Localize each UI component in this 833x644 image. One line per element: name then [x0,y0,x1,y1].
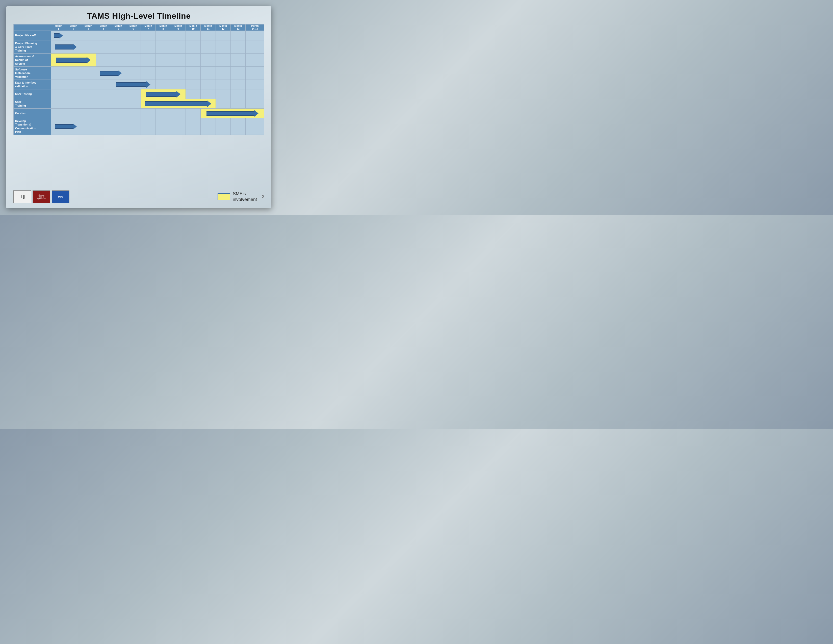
transition-month-13 [231,118,246,135]
header-month-6: Month6 [126,24,141,31]
training-month-6 [126,99,141,109]
testing-month-6 [126,89,141,99]
testing-month-1 [51,89,66,99]
header-month-14-18: Month14-18 [246,24,264,31]
data-month-13 [231,80,246,89]
assessment-month-10 [186,53,201,67]
transition-month-10 [186,118,201,135]
assessment-month-5 [111,53,126,67]
golive-month-9 [170,109,185,118]
planning-month-10 [186,40,201,53]
data-month-8 [156,80,170,89]
task-label-planning: Project Planning& Core TeamTraining [14,40,51,53]
transition-month-11 [201,118,215,135]
assessment-month-7 [141,53,156,67]
transition-arrow [51,118,81,135]
header-month-8: Month8 [156,24,170,31]
footer: 𝕋𝕁 OregonDept ofAgriculture DEQ SME'sinv… [13,189,264,204]
data-arrow [111,80,156,89]
task-label-training: UserTraining [14,99,51,109]
transition-month-6 [126,118,141,135]
data-month-2 [66,80,81,89]
transition-month-4 [96,118,111,135]
training-month-3 [81,99,96,109]
task-label-data: Data & Interfacevalidation [14,80,51,89]
kickoff-month-10 [186,31,201,40]
testing-month-14 [246,89,264,99]
kickoff-month-4 [96,31,111,40]
header-month-7: Month7 [141,24,156,31]
software-month-1 [51,67,66,80]
software-month-13 [231,67,246,80]
software-month-12 [215,67,230,80]
software-month-3 [81,67,96,80]
golive-arrow [201,109,264,118]
testing-month-11 [201,89,215,99]
testing-month-5 [111,89,126,99]
kickoff-month-8 [156,31,170,40]
training-month-5 [111,99,126,109]
data-month-10 [186,80,201,89]
header-row: Month1 Month2 Month3 Month4 Month5 Month… [14,24,264,31]
planning-month-8 [156,40,170,53]
planning-month-11 [201,40,215,53]
assessment-month-4 [96,53,111,67]
planning-arrow [51,40,81,53]
task-row-testing: User Testing [14,89,264,99]
assessment-month-9 [170,53,185,67]
transition-month-5 [111,118,126,135]
assessment-month-12 [215,53,230,67]
software-month-8 [156,67,170,80]
data-month-11 [201,80,215,89]
software-month-11 [201,67,215,80]
transition-month-8 [156,118,170,135]
golive-month-7 [141,109,156,118]
golive-month-1 [51,109,66,118]
transition-month-3 [81,118,96,135]
transition-month-9 [170,118,185,135]
planning-month-14 [246,40,264,53]
kickoff-month-5 [111,31,126,40]
planning-month-13 [231,40,246,53]
testing-month-2 [66,89,81,99]
kickoff-month-14 [246,31,264,40]
golive-month-5 [111,109,126,118]
task-label-software: SoftwareInstallation,Validation [14,67,51,80]
gantt-table: Month1 Month2 Month3 Month4 Month5 Month… [13,24,264,135]
software-month-2 [66,67,81,80]
task-label-kickoff: Project Kick-off [14,31,51,40]
software-month-9 [170,67,185,80]
assessment-month-8 [156,53,170,67]
logo-oregon-ag: OregonDept ofAgriculture [32,190,50,203]
testing-month-13 [231,89,246,99]
software-arrow [96,67,126,80]
kickoff-month-13 [231,31,246,40]
logo-tams: 𝕋𝕁 [13,190,31,203]
software-month-7 [141,67,156,80]
task-row-assessment: Assessment &Design ofSystem [14,53,264,67]
slide: TAMS High-Level Timeline [6,6,271,208]
page-number: 2 [262,195,264,199]
task-row-planning: Project Planning& Core TeamTraining [14,40,264,53]
data-month-9 [170,80,185,89]
golive-month-4 [96,109,111,118]
software-month-10 [186,67,201,80]
header-month-4: Month4 [96,24,111,31]
header-month-11: Month11 [201,24,215,31]
planning-month-6 [126,40,141,53]
training-month-12 [215,99,230,109]
kickoff-month-11 [201,31,215,40]
task-label-assessment: Assessment &Design ofSystem [14,53,51,67]
header-month-10: Month10 [186,24,201,31]
software-month-6 [126,67,141,80]
kickoff-month-7 [141,31,156,40]
kickoff-month-3 [81,31,96,40]
assessment-month-14 [246,53,264,67]
kickoff-month-2 [66,31,81,40]
planning-month-12 [215,40,230,53]
assessment-arrow [51,53,96,67]
golive-month-8 [156,109,170,118]
task-row-training: UserTraining [14,99,264,109]
data-month-3 [81,80,96,89]
training-month-13 [231,99,246,109]
